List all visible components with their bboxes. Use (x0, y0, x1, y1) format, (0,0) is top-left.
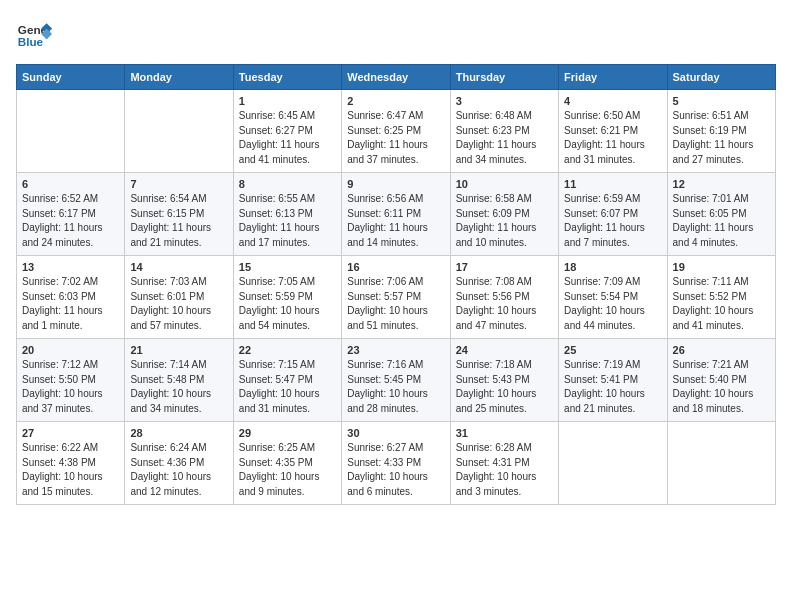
day-cell: 14Sunrise: 7:03 AMSunset: 6:01 PMDayligh… (125, 256, 233, 339)
day-info: Sunrise: 7:21 AMSunset: 5:40 PMDaylight:… (673, 358, 770, 416)
day-info: Sunrise: 7:15 AMSunset: 5:47 PMDaylight:… (239, 358, 336, 416)
day-cell: 4Sunrise: 6:50 AMSunset: 6:21 PMDaylight… (559, 90, 667, 173)
day-number: 23 (347, 344, 444, 356)
day-info: Sunrise: 6:25 AMSunset: 4:35 PMDaylight:… (239, 441, 336, 499)
day-info: Sunrise: 6:52 AMSunset: 6:17 PMDaylight:… (22, 192, 119, 250)
week-row-5: 27Sunrise: 6:22 AMSunset: 4:38 PMDayligh… (17, 422, 776, 505)
day-number: 10 (456, 178, 553, 190)
day-number: 25 (564, 344, 661, 356)
day-cell: 9Sunrise: 6:56 AMSunset: 6:11 PMDaylight… (342, 173, 450, 256)
day-info: Sunrise: 6:54 AMSunset: 6:15 PMDaylight:… (130, 192, 227, 250)
day-number: 20 (22, 344, 119, 356)
weekday-header-row: SundayMondayTuesdayWednesdayThursdayFrid… (17, 65, 776, 90)
week-row-3: 13Sunrise: 7:02 AMSunset: 6:03 PMDayligh… (17, 256, 776, 339)
day-cell: 19Sunrise: 7:11 AMSunset: 5:52 PMDayligh… (667, 256, 775, 339)
day-number: 19 (673, 261, 770, 273)
day-info: Sunrise: 6:47 AMSunset: 6:25 PMDaylight:… (347, 109, 444, 167)
day-number: 22 (239, 344, 336, 356)
day-cell: 26Sunrise: 7:21 AMSunset: 5:40 PMDayligh… (667, 339, 775, 422)
day-cell: 8Sunrise: 6:55 AMSunset: 6:13 PMDaylight… (233, 173, 341, 256)
day-number: 8 (239, 178, 336, 190)
day-number: 2 (347, 95, 444, 107)
logo: General Blue (16, 16, 52, 52)
day-number: 28 (130, 427, 227, 439)
weekday-header-monday: Monday (125, 65, 233, 90)
day-number: 30 (347, 427, 444, 439)
day-info: Sunrise: 7:14 AMSunset: 5:48 PMDaylight:… (130, 358, 227, 416)
day-cell: 29Sunrise: 6:25 AMSunset: 4:35 PMDayligh… (233, 422, 341, 505)
day-cell (17, 90, 125, 173)
svg-text:Blue: Blue (18, 35, 44, 48)
day-number: 5 (673, 95, 770, 107)
weekday-header-saturday: Saturday (667, 65, 775, 90)
weekday-header-sunday: Sunday (17, 65, 125, 90)
week-row-2: 6Sunrise: 6:52 AMSunset: 6:17 PMDaylight… (17, 173, 776, 256)
day-cell: 24Sunrise: 7:18 AMSunset: 5:43 PMDayligh… (450, 339, 558, 422)
day-cell: 1Sunrise: 6:45 AMSunset: 6:27 PMDaylight… (233, 90, 341, 173)
day-number: 16 (347, 261, 444, 273)
week-row-4: 20Sunrise: 7:12 AMSunset: 5:50 PMDayligh… (17, 339, 776, 422)
day-cell (559, 422, 667, 505)
page-header: General Blue (16, 16, 776, 52)
day-number: 13 (22, 261, 119, 273)
day-cell: 28Sunrise: 6:24 AMSunset: 4:36 PMDayligh… (125, 422, 233, 505)
day-number: 31 (456, 427, 553, 439)
day-info: Sunrise: 7:19 AMSunset: 5:41 PMDaylight:… (564, 358, 661, 416)
day-info: Sunrise: 7:08 AMSunset: 5:56 PMDaylight:… (456, 275, 553, 333)
weekday-header-tuesday: Tuesday (233, 65, 341, 90)
day-info: Sunrise: 6:28 AMSunset: 4:31 PMDaylight:… (456, 441, 553, 499)
day-info: Sunrise: 7:18 AMSunset: 5:43 PMDaylight:… (456, 358, 553, 416)
day-cell: 31Sunrise: 6:28 AMSunset: 4:31 PMDayligh… (450, 422, 558, 505)
day-cell: 5Sunrise: 6:51 AMSunset: 6:19 PMDaylight… (667, 90, 775, 173)
day-number: 26 (673, 344, 770, 356)
day-cell: 22Sunrise: 7:15 AMSunset: 5:47 PMDayligh… (233, 339, 341, 422)
day-info: Sunrise: 6:56 AMSunset: 6:11 PMDaylight:… (347, 192, 444, 250)
day-cell: 7Sunrise: 6:54 AMSunset: 6:15 PMDaylight… (125, 173, 233, 256)
weekday-header-thursday: Thursday (450, 65, 558, 90)
day-info: Sunrise: 6:51 AMSunset: 6:19 PMDaylight:… (673, 109, 770, 167)
day-number: 3 (456, 95, 553, 107)
day-cell: 25Sunrise: 7:19 AMSunset: 5:41 PMDayligh… (559, 339, 667, 422)
day-info: Sunrise: 7:06 AMSunset: 5:57 PMDaylight:… (347, 275, 444, 333)
day-cell: 27Sunrise: 6:22 AMSunset: 4:38 PMDayligh… (17, 422, 125, 505)
day-number: 29 (239, 427, 336, 439)
day-number: 11 (564, 178, 661, 190)
day-cell: 16Sunrise: 7:06 AMSunset: 5:57 PMDayligh… (342, 256, 450, 339)
week-row-1: 1Sunrise: 6:45 AMSunset: 6:27 PMDaylight… (17, 90, 776, 173)
day-number: 18 (564, 261, 661, 273)
day-cell: 6Sunrise: 6:52 AMSunset: 6:17 PMDaylight… (17, 173, 125, 256)
day-cell: 21Sunrise: 7:14 AMSunset: 5:48 PMDayligh… (125, 339, 233, 422)
day-info: Sunrise: 6:48 AMSunset: 6:23 PMDaylight:… (456, 109, 553, 167)
day-cell: 3Sunrise: 6:48 AMSunset: 6:23 PMDaylight… (450, 90, 558, 173)
calendar-table: SundayMondayTuesdayWednesdayThursdayFrid… (16, 64, 776, 505)
day-cell: 23Sunrise: 7:16 AMSunset: 5:45 PMDayligh… (342, 339, 450, 422)
day-number: 6 (22, 178, 119, 190)
day-info: Sunrise: 6:55 AMSunset: 6:13 PMDaylight:… (239, 192, 336, 250)
day-info: Sunrise: 7:02 AMSunset: 6:03 PMDaylight:… (22, 275, 119, 333)
day-cell: 30Sunrise: 6:27 AMSunset: 4:33 PMDayligh… (342, 422, 450, 505)
day-cell: 20Sunrise: 7:12 AMSunset: 5:50 PMDayligh… (17, 339, 125, 422)
day-info: Sunrise: 6:59 AMSunset: 6:07 PMDaylight:… (564, 192, 661, 250)
day-cell (125, 90, 233, 173)
day-info: Sunrise: 6:50 AMSunset: 6:21 PMDaylight:… (564, 109, 661, 167)
day-cell: 12Sunrise: 7:01 AMSunset: 6:05 PMDayligh… (667, 173, 775, 256)
day-info: Sunrise: 7:05 AMSunset: 5:59 PMDaylight:… (239, 275, 336, 333)
day-number: 4 (564, 95, 661, 107)
day-info: Sunrise: 7:03 AMSunset: 6:01 PMDaylight:… (130, 275, 227, 333)
day-cell: 11Sunrise: 6:59 AMSunset: 6:07 PMDayligh… (559, 173, 667, 256)
day-cell: 2Sunrise: 6:47 AMSunset: 6:25 PMDaylight… (342, 90, 450, 173)
weekday-header-wednesday: Wednesday (342, 65, 450, 90)
day-number: 1 (239, 95, 336, 107)
logo-icon: General Blue (16, 16, 52, 52)
weekday-header-friday: Friday (559, 65, 667, 90)
day-info: Sunrise: 7:09 AMSunset: 5:54 PMDaylight:… (564, 275, 661, 333)
day-number: 24 (456, 344, 553, 356)
day-info: Sunrise: 6:58 AMSunset: 6:09 PMDaylight:… (456, 192, 553, 250)
day-info: Sunrise: 7:12 AMSunset: 5:50 PMDaylight:… (22, 358, 119, 416)
day-info: Sunrise: 6:24 AMSunset: 4:36 PMDaylight:… (130, 441, 227, 499)
day-number: 27 (22, 427, 119, 439)
day-number: 15 (239, 261, 336, 273)
day-info: Sunrise: 6:27 AMSunset: 4:33 PMDaylight:… (347, 441, 444, 499)
day-number: 9 (347, 178, 444, 190)
day-number: 7 (130, 178, 227, 190)
